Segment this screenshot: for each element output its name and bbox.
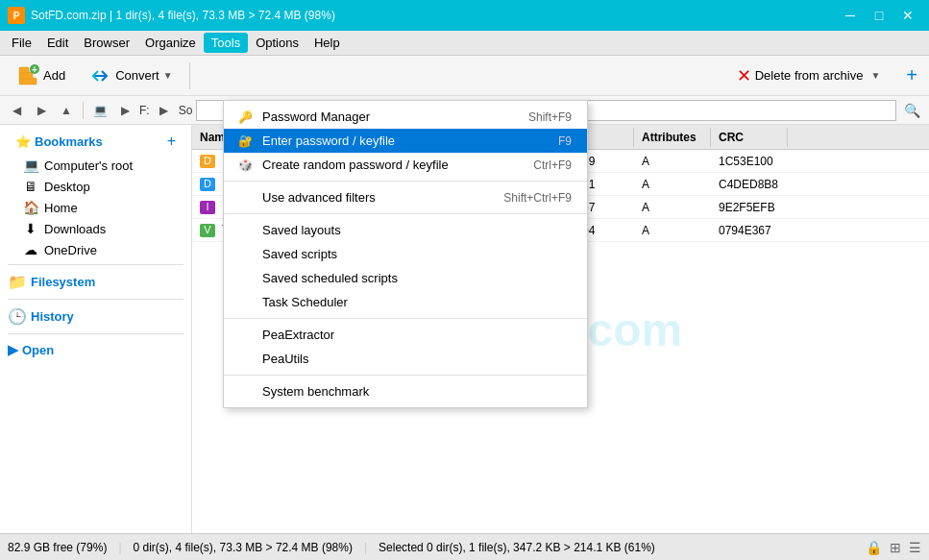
add-icon: + [16, 64, 39, 87]
back-button[interactable]: ◀ [6, 100, 27, 121]
open-icon: ▶ [8, 342, 18, 357]
window-controls: ─ □ ✕ [837, 4, 921, 27]
menu-saved-scheduled[interactable]: Saved scheduled scripts [224, 266, 587, 290]
computer-icon-btn[interactable]: 💻 [89, 100, 110, 121]
toolbar-separator [189, 62, 190, 89]
menu-password-manager[interactable]: 🔑 Password Manager Shift+F9 [224, 105, 587, 129]
downloads-icon: ⬇ [23, 221, 38, 236]
maximize-button[interactable]: □ [866, 4, 892, 27]
menu-system-benchmark[interactable]: System benchmark [224, 379, 587, 403]
path-arrow[interactable]: ▶ [154, 100, 175, 121]
password-manager-shortcut: Shift+F9 [528, 110, 572, 124]
menu-bar: File Edit Browser Organize Tools Options… [0, 31, 929, 56]
sidebar-item-desktop[interactable]: 🖥 Desktop [0, 176, 191, 197]
menu-options[interactable]: Options [248, 33, 306, 53]
menu-edit[interactable]: Edit [39, 33, 76, 53]
minimize-button[interactable]: ─ [837, 4, 864, 27]
desktop-icon: 🖥 [23, 179, 38, 194]
history-header[interactable]: 🕒 History [0, 304, 191, 329]
path-drive: F: [139, 104, 150, 117]
delete-button[interactable]: ✕ Delete from archive ▼ [726, 60, 892, 92]
delete-dropdown-arrow: ▼ [870, 70, 880, 81]
menu-advanced-filters[interactable]: Use advanced filters Shift+Ctrl+F9 [224, 185, 587, 209]
file-crc-4: 0794E367 [711, 222, 788, 239]
sidebar-item-downloads[interactable]: ⬇ Downloads [0, 218, 191, 239]
open-label: Open [22, 343, 54, 357]
sidebar-divider-1 [8, 264, 183, 265]
menu-help[interactable]: Help [306, 33, 348, 53]
menu-file[interactable]: File [4, 33, 39, 53]
history-label: History [31, 309, 74, 324]
menu-browser[interactable]: Browser [76, 33, 137, 53]
menu-pea-utils[interactable]: PeaUtils [224, 347, 587, 371]
convert-button[interactable]: Convert ▼ [78, 60, 183, 92]
saved-layouts-label: Saved layouts [262, 223, 341, 237]
tools-dropdown-menu: 🔑 Password Manager Shift+F9 🔐 Enter pass… [223, 100, 588, 408]
status-icon-list: ☰ [909, 540, 921, 555]
breadcrumb-arrow[interactable]: ▶ [114, 100, 135, 121]
downloads-label: Downloads [44, 222, 106, 236]
up-button[interactable]: ▲ [56, 100, 77, 121]
menu-tools[interactable]: Tools [204, 33, 248, 53]
toolbar: + Add Convert ▼ ✕ Delete from archive ▼ … [0, 56, 929, 96]
menu-task-scheduler[interactable]: Task Scheduler [224, 290, 587, 314]
file-attrs-1: A [634, 153, 711, 170]
file-attrs-2: A [634, 176, 711, 193]
file-crc-2: C4DED8B8 [711, 176, 788, 193]
file-crc-3: 9E2F5EFB [711, 199, 788, 216]
status-icon-grid: ⊞ [890, 540, 901, 555]
advanced-filters-shortcut: Shift+Ctrl+F9 [503, 191, 572, 205]
enter-password-icon: 🔐 [237, 134, 253, 149]
enter-password-label: Enter password / keyfile [262, 134, 395, 148]
file-attrs-4: A [634, 222, 711, 239]
svg-text:+: + [32, 64, 37, 75]
sidebar: ⭐ Bookmarks + 💻 Computer's root 🖥 Deskto… [0, 125, 192, 533]
menu-saved-scripts[interactable]: Saved scripts [224, 242, 587, 266]
menu-enter-password[interactable]: 🔐 Enter password / keyfile F9 [224, 129, 587, 153]
menu-separator-3 [224, 318, 587, 319]
col-header-crc[interactable]: CRC [711, 128, 788, 147]
sidebar-item-computer-root[interactable]: 💻 Computer's root [0, 155, 191, 176]
forward-button[interactable]: ▶ [31, 100, 52, 121]
menu-separator-4 [224, 375, 587, 376]
create-random-icon: 🎲 [237, 158, 253, 173]
bookmarks-header[interactable]: ⭐ Bookmarks [8, 131, 110, 153]
filesystem-header[interactable]: 📁 Filesystem [0, 269, 191, 295]
add-button[interactable]: + Add [6, 60, 76, 92]
address-separator [83, 102, 84, 119]
add-label: Add [43, 68, 65, 83]
menu-pea-extractor[interactable]: PeaExtractor [224, 323, 587, 347]
add-tab-button[interactable]: + [900, 64, 923, 86]
title-bar-left: P SotFD.com.zip | 1 dir(s), 4 file(s), 7… [8, 7, 335, 24]
sidebar-item-onedrive[interactable]: ☁ OneDrive [0, 239, 191, 260]
status-separator-1: | [118, 541, 121, 554]
menu-organize[interactable]: Organize [137, 33, 204, 53]
advanced-filters-label: Use advanced filters [262, 190, 376, 205]
onedrive-label: OneDrive [44, 243, 97, 257]
bookmarks-label: Bookmarks [35, 134, 103, 149]
convert-icon [88, 64, 111, 87]
search-button[interactable]: 🔍 [900, 99, 923, 122]
sidebar-item-home[interactable]: 🏠 Home [0, 197, 191, 218]
bookmarks-icon: ⭐ [15, 134, 31, 149]
desktop-label: Desktop [44, 180, 90, 194]
open-header[interactable]: ▶ Open [0, 338, 191, 361]
menu-saved-layouts[interactable]: Saved layouts [224, 218, 587, 242]
saved-scheduled-label: Saved scheduled scripts [262, 271, 398, 285]
sidebar-divider-2 [8, 299, 183, 300]
create-random-shortcut: Ctrl+F9 [533, 158, 572, 172]
status-free-space: 82.9 GB free (79%) [8, 541, 107, 554]
filesystem-label: Filesystem [31, 275, 95, 289]
app-icon: P [8, 7, 25, 24]
create-random-label: Create random password / keyfile [262, 158, 449, 172]
file-crc-1: 1C53E100 [711, 153, 788, 170]
menu-create-random[interactable]: 🎲 Create random password / keyfile Ctrl+… [224, 153, 587, 177]
saved-scripts-label: Saved scripts [262, 247, 337, 261]
col-header-attributes[interactable]: Attributes [634, 128, 711, 147]
computer-root-label: Computer's root [44, 158, 133, 173]
password-manager-label: Password Manager [262, 110, 370, 124]
title-bar: P SotFD.com.zip | 1 dir(s), 4 file(s), 7… [0, 0, 929, 31]
status-icon-lock: 🔒 [866, 540, 882, 555]
close-button[interactable]: ✕ [894, 4, 921, 27]
bookmarks-add-button[interactable]: + [159, 133, 183, 150]
